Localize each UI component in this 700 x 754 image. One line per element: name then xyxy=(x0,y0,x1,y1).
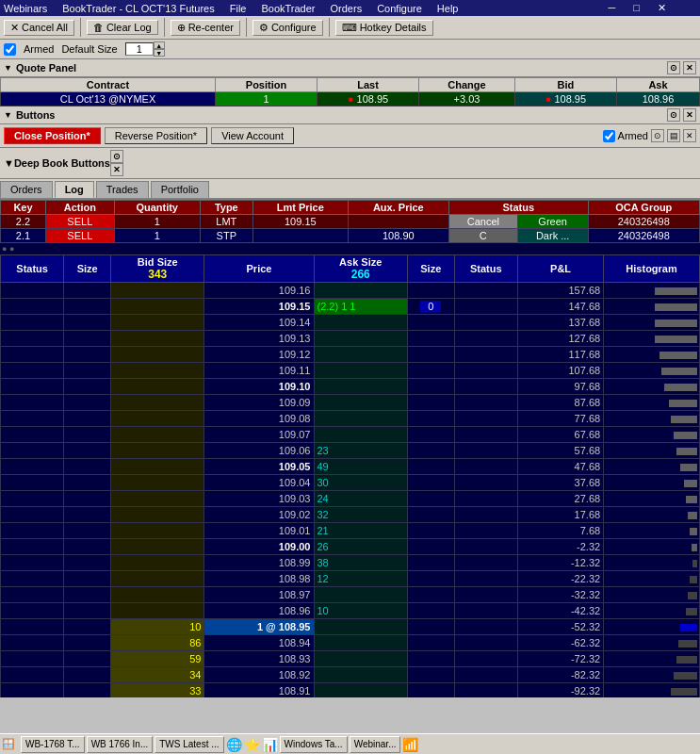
book-ask-size[interactable]: 24 xyxy=(314,491,407,507)
configure-button[interactable]: ⚙ Configure xyxy=(252,20,323,36)
book-price[interactable]: 108.98 xyxy=(204,571,314,587)
deep-book-icon-1[interactable]: ⊙ xyxy=(110,150,123,163)
order-status-cancel-1[interactable]: Cancel xyxy=(448,215,517,229)
menu-booktrader[interactable]: BookTrader xyxy=(261,3,315,14)
book-bid-size[interactable] xyxy=(111,347,204,363)
book-price[interactable]: 109.12 xyxy=(204,347,314,363)
clear-log-button[interactable]: 🗑 Clear Log xyxy=(87,20,158,35)
armed-right-checkbox[interactable] xyxy=(603,130,615,142)
buttons-collapse-arrow[interactable]: ▼ xyxy=(4,110,12,120)
book-price[interactable]: 108.92 xyxy=(204,667,314,683)
book-ask-size[interactable] xyxy=(314,347,407,363)
book-price[interactable]: 109.01 xyxy=(204,523,314,539)
book-price[interactable]: 109.11 xyxy=(204,363,314,379)
buttons-panel-icon-2[interactable]: ✕ xyxy=(683,108,696,122)
book-price[interactable]: 108.93 xyxy=(204,651,314,667)
book-bid-size[interactable] xyxy=(111,299,204,315)
book-price[interactable]: 109.04 xyxy=(204,475,314,491)
reverse-position-button[interactable]: Reverse Position* xyxy=(105,127,207,144)
book-price[interactable]: 109.08 xyxy=(204,411,314,427)
window-minimize-icon[interactable]: ─ xyxy=(609,2,616,14)
book-ask-size[interactable] xyxy=(314,283,407,299)
book-bid-size[interactable] xyxy=(111,523,204,539)
book-bid-size[interactable] xyxy=(111,491,204,507)
book-bid-size[interactable] xyxy=(111,363,204,379)
book-price[interactable]: 109.02 xyxy=(204,507,314,523)
spin-up-arrow[interactable]: ▲ xyxy=(154,41,165,49)
book-ask-size[interactable] xyxy=(314,395,407,411)
quantity-stepper[interactable]: ▲ ▼ xyxy=(125,41,165,57)
book-price[interactable]: 109.09 xyxy=(204,395,314,411)
book-price[interactable]: 109.10 xyxy=(204,379,314,395)
quote-panel-icon-1[interactable]: ⊙ xyxy=(667,61,680,74)
book-ask-size[interactable] xyxy=(314,331,407,347)
book-ask-size[interactable] xyxy=(314,411,407,427)
buttons-right-icon-3[interactable]: ✕ xyxy=(683,129,696,142)
book-ask-size[interactable]: (2.2) 1 1 xyxy=(314,299,407,315)
book-bid-size[interactable] xyxy=(111,475,204,491)
armed-checkbox[interactable] xyxy=(4,43,16,56)
book-ask-size[interactable] xyxy=(314,427,407,443)
book-ask-size[interactable] xyxy=(314,315,407,331)
book-bid-size[interactable] xyxy=(111,539,204,555)
view-account-button[interactable]: View Account xyxy=(211,127,294,144)
book-ask-size[interactable] xyxy=(314,635,407,651)
tab-trades[interactable]: Trades xyxy=(96,181,149,198)
book-price[interactable]: 109.15 xyxy=(204,299,314,315)
book-bid-size[interactable] xyxy=(111,427,204,443)
book-price[interactable]: 109.13 xyxy=(204,331,314,347)
book-bid-size[interactable] xyxy=(111,603,204,619)
cancel-all-button[interactable]: ✕ Cancel All xyxy=(4,20,74,36)
book-bid-size[interactable]: 86 xyxy=(111,635,204,651)
book-price[interactable]: 108.97 xyxy=(204,587,314,603)
book-price[interactable]: 109.00 xyxy=(204,539,314,555)
book-price[interactable]: 108.96 xyxy=(204,603,314,619)
book-bid-size[interactable]: 34 xyxy=(111,667,204,683)
book-bid-size[interactable] xyxy=(111,379,204,395)
tab-orders[interactable]: Orders xyxy=(0,181,53,198)
book-bid-size[interactable] xyxy=(111,315,204,331)
book-ask-size[interactable]: 38 xyxy=(314,555,407,571)
menu-help[interactable]: Help xyxy=(437,3,459,14)
book-price[interactable]: 109.03 xyxy=(204,491,314,507)
book-price[interactable]: 109.06 xyxy=(204,443,314,459)
book-ask-size[interactable]: 23 xyxy=(314,443,407,459)
book-bid-size[interactable]: 59 xyxy=(111,651,204,667)
quote-panel-icon-2[interactable]: ✕ xyxy=(683,61,696,74)
buttons-right-icon-2[interactable]: ▤ xyxy=(667,129,680,142)
book-bid-size[interactable] xyxy=(111,459,204,475)
book-price[interactable]: 109.14 xyxy=(204,315,314,331)
menu-webinars[interactable]: Webinars xyxy=(4,3,47,14)
menu-configure[interactable]: Configure xyxy=(377,3,422,14)
book-bid-size[interactable] xyxy=(111,507,204,523)
window-close-icon[interactable]: ✕ xyxy=(658,2,666,14)
book-ask-size[interactable]: 21 xyxy=(314,523,407,539)
book-bid-size[interactable] xyxy=(111,571,204,587)
book-ask-size[interactable]: 12 xyxy=(314,571,407,587)
book-ask-size[interactable]: 10 xyxy=(314,603,407,619)
tab-log[interactable]: Log xyxy=(55,181,94,198)
quantity-input[interactable] xyxy=(125,42,154,56)
book-price[interactable]: 108.94 xyxy=(204,635,314,651)
book-price[interactable]: 108.99 xyxy=(204,555,314,571)
book-price[interactable]: 1 @ 108.95 xyxy=(204,619,314,635)
book-container[interactable]: Status Size Bid Size343 Price Ask Size26… xyxy=(0,254,700,697)
book-bid-size[interactable] xyxy=(111,587,204,603)
book-price[interactable]: 109.16 xyxy=(204,283,314,299)
deep-book-collapse-arrow[interactable]: ▼ xyxy=(4,157,14,169)
book-bid-size[interactable] xyxy=(111,411,204,427)
quote-panel-collapse-arrow[interactable]: ▼ xyxy=(4,63,12,73)
re-center-button[interactable]: ⊕ Re-center xyxy=(171,20,240,36)
book-price[interactable]: 109.07 xyxy=(204,427,314,443)
book-ask-size[interactable] xyxy=(314,667,407,683)
book-price[interactable]: 108.91 xyxy=(204,683,314,698)
deep-book-icon-2[interactable]: ✕ xyxy=(110,163,123,176)
menu-orders[interactable]: Orders xyxy=(331,3,363,14)
book-bid-size[interactable] xyxy=(111,395,204,411)
book-ask-size[interactable]: 26 xyxy=(314,539,407,555)
book-ask-size[interactable] xyxy=(314,619,407,635)
book-ask-size[interactable] xyxy=(314,651,407,667)
book-bid-size[interactable] xyxy=(111,443,204,459)
hotkey-details-button[interactable]: ⌨ Hotkey Details xyxy=(335,20,433,36)
book-bid-size[interactable] xyxy=(111,283,204,299)
